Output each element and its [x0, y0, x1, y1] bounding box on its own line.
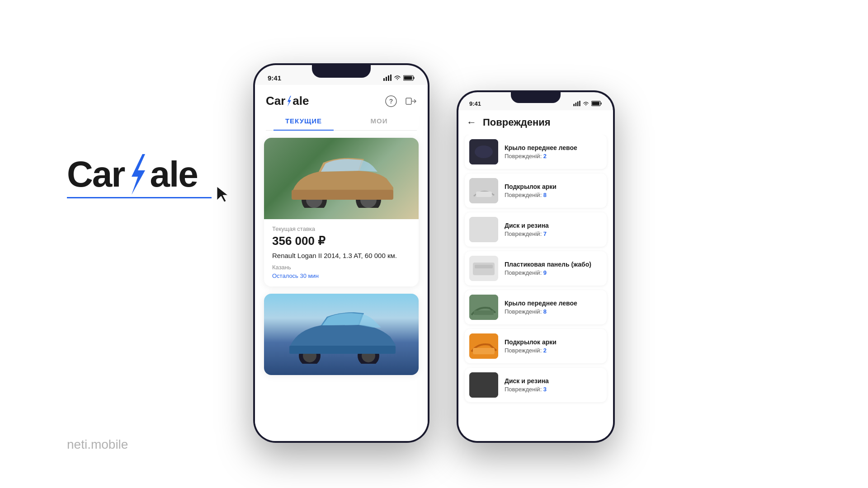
app-logo-ale: ale — [292, 94, 309, 108]
damage-thumb-3 — [469, 217, 498, 242]
svg-rect-11 — [406, 98, 411, 104]
phone-1-app-content: Car ale ? — [255, 85, 428, 441]
car-1-silhouette — [278, 149, 405, 208]
svg-rect-4 — [390, 75, 392, 81]
phone-2-frame: 9:41 — [457, 90, 615, 443]
damage-thumb-1 — [469, 139, 498, 164]
svg-rect-25 — [573, 104, 575, 106]
phone-2-time: 9:41 — [469, 100, 481, 107]
damage-thumb-img-3 — [469, 217, 498, 242]
damage-info-4: Пластиковая панель (жабо) Поврежденій: 9 — [505, 261, 591, 276]
phone-2-notch — [511, 90, 561, 103]
logo-text-ale: ale — [150, 154, 197, 195]
svg-rect-24 — [289, 346, 396, 354]
damage-thumb-img-1 — [469, 139, 498, 164]
damage-count-3: Поврежденій: 7 — [505, 230, 549, 237]
svg-marker-8 — [288, 96, 291, 107]
damage-name-3: Диск и резина — [505, 222, 549, 229]
wifi-icon — [394, 75, 401, 80]
damage-thumb-img-6 — [469, 333, 498, 359]
car-info-1: Текущая ставка 356 000 ₽ Renault Logan I… — [264, 219, 419, 286]
svg-rect-44 — [475, 265, 493, 268]
logo-text-car: Car — [67, 154, 124, 195]
battery-icon — [403, 75, 415, 81]
app-tabs: ТЕКУЩИЕ МОИ — [266, 112, 417, 131]
damage-thumb-img-7 — [469, 372, 498, 398]
svg-rect-31 — [592, 102, 599, 105]
phone-2-status-icons — [573, 101, 602, 106]
damage-name-1: Крыло переднее левое — [505, 144, 577, 151]
phones-showcase: 9:41 — [253, 63, 615, 443]
svg-rect-48 — [473, 348, 495, 354]
damage-info-3: Диск и резина Поврежденій: 7 — [505, 222, 549, 237]
damage-count-7: Поврежденій: 3 — [505, 386, 549, 393]
svg-rect-46 — [474, 310, 494, 315]
phone-1-time: 9:41 — [268, 74, 281, 82]
svg-rect-6 — [414, 77, 415, 79]
app-header-icons: ? — [385, 95, 417, 107]
tab-mine[interactable]: МОИ — [341, 112, 417, 130]
wifi-icon-2 — [583, 101, 589, 106]
damage-name-6: Подкрылок арки — [505, 338, 557, 346]
damage-count-1: Поврежденій: 2 — [505, 153, 577, 160]
damages-content: ← Повреждения — [458, 110, 613, 441]
damage-info-5: Крыло переднее левое Поврежденій: 8 — [505, 300, 577, 315]
damage-count-6: Поврежденій: 2 — [505, 347, 557, 354]
car-image-1 — [264, 138, 419, 219]
svg-rect-38 — [469, 217, 498, 242]
damage-count-5: Поврежденій: 8 — [505, 308, 577, 315]
car-location: Казань — [272, 264, 410, 271]
cursor-icon — [215, 186, 230, 203]
damage-name-2: Подкрылок арки — [505, 183, 557, 190]
car-card-2[interactable] — [264, 294, 419, 375]
svg-rect-49 — [469, 372, 498, 398]
logo-large: Car ale — [67, 154, 212, 195]
damage-thumb-4 — [469, 256, 498, 281]
back-button[interactable]: ← — [467, 117, 476, 128]
signal-icon-2 — [573, 101, 580, 106]
damage-name-7: Диск и резина — [505, 377, 549, 385]
list-item[interactable]: Подкрылок арки Поврежденій: 8 — [465, 174, 607, 208]
svg-rect-26 — [576, 103, 577, 106]
svg-rect-47 — [469, 333, 498, 359]
svg-rect-27 — [577, 102, 579, 106]
damage-thumb-7 — [469, 372, 498, 398]
car-title: Renault Logan II 2014, 1.3 AT, 60 000 км… — [272, 251, 410, 260]
damage-thumb-img-4 — [469, 256, 498, 281]
damage-info-2: Подкрылок арки Поврежденій: 8 — [505, 183, 557, 198]
svg-marker-0 — [132, 154, 145, 195]
list-item[interactable]: Диск и резина Поврежденій: 3 — [465, 368, 607, 402]
tab-current[interactable]: ТЕКУЩИЕ — [266, 112, 341, 130]
app-logo-car: Car — [266, 94, 285, 108]
damage-thumb-img-5 — [469, 295, 498, 320]
svg-rect-1 — [383, 78, 385, 81]
app-header: Car ale ? — [255, 89, 428, 112]
damage-count-4: Поврежденій: 9 — [505, 269, 591, 276]
phone-1-status-icons — [383, 75, 415, 81]
svg-text:?: ? — [389, 98, 393, 105]
car-card-1[interactable]: Текущая ставка 356 000 ₽ Renault Logan I… — [264, 138, 419, 286]
svg-rect-7 — [404, 76, 412, 80]
app-logo-small: Car ale — [266, 94, 309, 108]
damage-list: Крыло переднее левое Поврежденій: 2 — [458, 135, 613, 407]
damage-count-2: Поврежденій: 8 — [505, 192, 557, 198]
svg-rect-43 — [473, 263, 495, 275]
bid-label: Текущая ставка — [272, 225, 410, 232]
damages-header: ← Повреждения — [458, 110, 613, 135]
damage-thumb-6 — [469, 333, 498, 359]
signal-icon — [383, 75, 392, 81]
svg-rect-37 — [476, 192, 492, 197]
damage-info-7: Диск и резина Поврежденій: 3 — [505, 377, 549, 393]
logo-underline — [67, 197, 212, 198]
svg-rect-2 — [386, 77, 387, 81]
list-item[interactable]: Крыло переднее левое Поврежденій: 2 — [465, 135, 607, 169]
list-item[interactable]: Пластиковая панель (жабо) Поврежденій: 9 — [465, 251, 607, 286]
list-item[interactable]: Диск и резина Поврежденій: 7 — [465, 212, 607, 247]
app-logo-bolt-icon — [285, 96, 292, 107]
list-item[interactable]: Крыло переднее левое Поврежденій: 8 — [465, 290, 607, 324]
damage-info-1: Крыло переднее левое Поврежденій: 2 — [505, 144, 577, 160]
help-icon[interactable]: ? — [385, 95, 397, 107]
damage-thumb-img-2 — [469, 178, 498, 203]
list-item[interactable]: Подкрылок арки Поврежденій: 2 — [465, 329, 607, 363]
login-icon[interactable] — [405, 95, 417, 107]
